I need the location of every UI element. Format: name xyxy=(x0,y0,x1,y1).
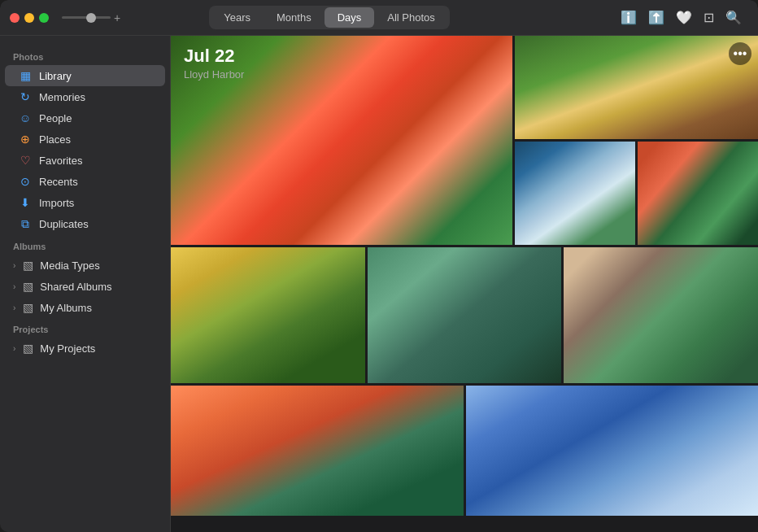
photo-cell-r3-1[interactable] xyxy=(171,386,464,516)
zoom-plus-button[interactable]: + xyxy=(114,11,120,24)
chevron-right-icon: › xyxy=(13,261,15,270)
close-button[interactable] xyxy=(10,13,20,23)
sidebar-item-my-albums[interactable]: › ▧ My Albums xyxy=(5,297,165,318)
photo-area: Jul 22 Lloyd Harbor ••• xyxy=(171,36,758,532)
memories-icon: ↻ xyxy=(18,90,33,103)
zoom-control: + xyxy=(62,11,120,24)
frame-icon[interactable]: ⊡ xyxy=(704,10,714,25)
photo-right-bottom-row xyxy=(515,142,758,245)
photo-grid: Jul 22 Lloyd Harbor ••• xyxy=(171,36,758,516)
sidebar-item-library-label: Library xyxy=(39,70,72,82)
search-icon[interactable]: 🔍 xyxy=(725,10,742,25)
library-icon: ▦ xyxy=(18,69,33,82)
more-button[interactable]: ••• xyxy=(729,42,751,65)
duplicates-icon: ⧉ xyxy=(18,217,33,231)
photo-cell-r2-1[interactable] xyxy=(171,247,365,383)
shared-albums-icon: ▧ xyxy=(20,280,35,293)
recents-icon: ⊙ xyxy=(18,175,33,188)
favorites-icon: ♡ xyxy=(18,154,33,167)
my-projects-icon: ▧ xyxy=(20,342,35,355)
date-subtitle: Lloyd Harbor xyxy=(184,68,244,81)
photo-row-3 xyxy=(171,386,758,516)
sidebar-item-recents[interactable]: ⊙ Recents xyxy=(5,171,165,192)
heart-icon[interactable]: 🤍 xyxy=(676,10,692,25)
photo-cell-top-right[interactable]: ••• xyxy=(515,36,758,139)
title-bar: + Years Months Days All Photos ℹ️ ⬆️ 🤍 ⊡… xyxy=(0,0,758,36)
my-albums-icon: ▧ xyxy=(20,301,35,314)
sidebar-item-imports[interactable]: ⬇ Imports xyxy=(5,192,165,213)
sidebar-item-favorites[interactable]: ♡ Favorites xyxy=(5,150,165,171)
maximize-button[interactable] xyxy=(39,13,49,23)
sidebar-section-albums: Albums xyxy=(0,235,170,255)
photo-row-1: Jul 22 Lloyd Harbor ••• xyxy=(171,36,758,247)
places-icon: ⊕ xyxy=(18,133,33,146)
photo-cell-bottom-right-2[interactable] xyxy=(638,142,758,245)
sidebar-item-people[interactable]: ☺ People xyxy=(5,107,165,129)
sidebar-item-places-label: Places xyxy=(39,133,71,146)
sidebar-item-duplicates[interactable]: ⧉ Duplicates xyxy=(5,213,165,235)
sidebar-section-photos: Photos xyxy=(0,46,170,65)
imports-icon: ⬇ xyxy=(18,196,33,209)
date-title: Jul 22 xyxy=(184,46,244,67)
photo-right-column: ••• xyxy=(515,36,758,245)
photo-cell-main[interactable]: Jul 22 Lloyd Harbor xyxy=(171,36,512,245)
tab-all-photos[interactable]: All Photos xyxy=(374,7,448,28)
sidebar-item-my-projects-label: My Projects xyxy=(40,342,95,355)
sidebar-item-library[interactable]: ▦ Library xyxy=(5,65,165,86)
sidebar-item-media-types[interactable]: › ▧ Media Types xyxy=(5,255,165,276)
view-tabs: Years Months Days All Photos xyxy=(209,6,450,29)
media-types-icon: ▧ xyxy=(20,259,35,272)
sidebar-item-shared-albums[interactable]: › ▧ Shared Albums xyxy=(5,276,165,297)
zoom-thumb[interactable] xyxy=(86,13,96,23)
zoom-slider[interactable] xyxy=(62,16,111,19)
share-icon[interactable]: ⬆️ xyxy=(648,10,664,25)
toolbar-icons: ℹ️ ⬆️ 🤍 ⊡ 🔍 xyxy=(621,10,742,25)
date-overlay: Jul 22 Lloyd Harbor xyxy=(184,46,244,81)
sidebar-item-my-projects[interactable]: › ▧ My Projects xyxy=(5,338,165,359)
traffic-lights xyxy=(10,13,49,23)
sidebar-item-favorites-label: Favorites xyxy=(39,155,82,167)
sidebar-section-projects: Projects xyxy=(0,318,170,338)
chevron-right-icon-2: › xyxy=(13,282,15,291)
sidebar-item-imports-label: Imports xyxy=(39,197,74,209)
sidebar-item-my-albums-label: My Albums xyxy=(40,302,92,314)
photo-cell-r3-2[interactable] xyxy=(466,386,759,516)
sidebar-item-people-label: People xyxy=(39,112,72,124)
sidebar-item-media-types-label: Media Types xyxy=(40,259,99,272)
chevron-right-icon-3: › xyxy=(13,303,15,312)
sidebar-item-memories[interactable]: ↻ Memories xyxy=(5,86,165,107)
people-icon: ☺ xyxy=(18,111,33,124)
photo-cell-bottom-right-1[interactable] xyxy=(515,142,635,245)
sidebar-item-places[interactable]: ⊕ Places xyxy=(5,129,165,150)
photo-cell-r2-2[interactable] xyxy=(368,247,562,383)
info-icon[interactable]: ℹ️ xyxy=(621,10,637,25)
sidebar: Photos ▦ Library ↻ Memories ☺ People ⊕ P… xyxy=(0,36,171,532)
tab-years[interactable]: Years xyxy=(211,7,264,28)
photo-cell-r2-3[interactable] xyxy=(564,247,758,383)
chevron-right-icon-4: › xyxy=(13,344,15,353)
photo-row-2 xyxy=(171,247,758,386)
sidebar-item-recents-label: Recents xyxy=(39,176,78,188)
main-content: Photos ▦ Library ↻ Memories ☺ People ⊕ P… xyxy=(0,36,758,532)
sidebar-item-memories-label: Memories xyxy=(39,91,85,103)
sidebar-item-shared-albums-label: Shared Albums xyxy=(40,281,111,293)
minimize-button[interactable] xyxy=(24,13,34,23)
sidebar-item-duplicates-label: Duplicates xyxy=(39,218,89,230)
tab-days[interactable]: Days xyxy=(325,7,375,28)
tab-months[interactable]: Months xyxy=(264,7,325,28)
